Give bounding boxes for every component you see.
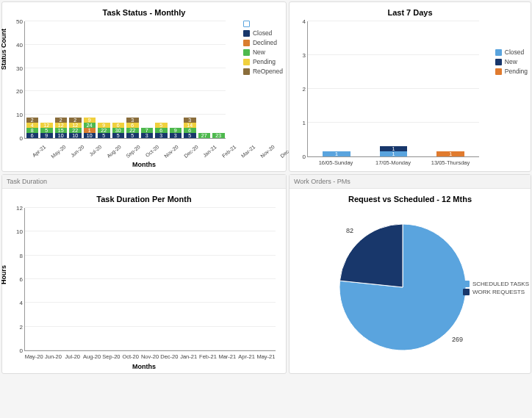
x-tick: Apr-21 [237, 351, 256, 361]
bar-segment: 14 [184, 123, 196, 128]
bar-group: 6842 [26, 118, 39, 138]
bar-segment: 9 [40, 133, 53, 138]
bar-value-label: 5 [131, 133, 134, 138]
bar-group: 52263 [126, 118, 139, 138]
bar-value-label: 22 [72, 128, 78, 133]
bar-group: 1 [309, 151, 364, 156]
y-axis-label: Status Count [0, 29, 7, 70]
bar-value-label: 9 [174, 128, 177, 133]
y-tick: 6 [20, 276, 23, 283]
y-tick: 30 [16, 65, 23, 71]
bar-segment: 12 [40, 123, 53, 128]
bar-value-label: 1 [392, 146, 395, 151]
bar-value-label: 2 [31, 118, 34, 123]
swatch-requests [463, 289, 470, 295]
panel-header: Task Duration [2, 175, 286, 189]
y-tick: 4 [303, 18, 306, 25]
swatch-declined [243, 40, 250, 46]
bar-segment: 1 [380, 146, 407, 151]
bar-segment: 10 [69, 133, 82, 138]
bar-value-label: 15 [58, 128, 64, 133]
bar-value-label: 12 [43, 123, 49, 128]
x-tick: Jul-20 [63, 351, 82, 361]
bar-segment: 9 [170, 128, 182, 133]
bar-segment: 1 [380, 151, 407, 156]
bar-value-label: 27 [201, 133, 207, 138]
swatch-scheduled [463, 281, 470, 287]
bar-group: 37 [141, 128, 154, 138]
bar-value-label: 3 [131, 118, 134, 123]
x-tick: 13/05-Thursday [422, 157, 479, 167]
panel-task-duration: Task Duration Task Duration Per Month Ho… [1, 174, 287, 374]
bar-segment: 22 [126, 128, 139, 133]
bar-group: 101249 [84, 118, 96, 138]
y-tick: 2 [303, 86, 306, 93]
plot-duration: 024681012 [24, 208, 276, 351]
bar-value-label: 6 [159, 128, 162, 133]
bar-segment: 5 [98, 133, 110, 138]
bar-group: 23 [212, 133, 225, 138]
bar-value-label: 1 [88, 128, 91, 133]
plot-monthly: 0102030405068429512101512210221221012495… [24, 21, 226, 139]
bar-value-label: 2 [60, 118, 62, 123]
bar-segment: 5 [112, 133, 125, 138]
chart-title: Request vs Scheduled - 12 Mths [292, 195, 528, 203]
bar-value-label: 14 [187, 123, 193, 128]
y-axis-label: Hours [0, 265, 7, 284]
bar-segment: 6 [184, 128, 196, 133]
bar-value-label: 3 [159, 133, 162, 138]
bar-value-label: 7 [145, 128, 148, 133]
bar-group: 1015122 [55, 118, 68, 138]
x-tick: Nov-20 [140, 351, 159, 361]
bar-segment: 2 [69, 118, 82, 123]
x-tick: Mar-21 [218, 351, 237, 361]
bar-segment: 6 [126, 123, 139, 128]
bar-segment: 30 [112, 128, 125, 133]
bar-segment: 27 [198, 133, 211, 138]
bar-value-label: 5 [45, 128, 48, 133]
bar-value-label: 3 [145, 133, 148, 138]
panel-work-orders: Work Orders - PMs Request vs Scheduled -… [289, 174, 531, 374]
swatch-closed [243, 30, 250, 37]
bar-value-label: 8 [31, 128, 34, 133]
swatch-pending [243, 59, 250, 65]
bar-value-label: 6 [117, 123, 120, 128]
bar-segment: 6 [155, 128, 168, 133]
bar-value-label: 9 [88, 118, 91, 123]
chart-title: Task Duration Per Month [5, 195, 283, 203]
bar-value-label: 22 [101, 128, 107, 133]
swatch-pending [495, 68, 502, 75]
bar-segment: 1 [436, 151, 464, 156]
bar-value-label: 3 [188, 118, 191, 123]
bar-value-label: 10 [58, 133, 64, 138]
y-tick: 0 [303, 154, 306, 160]
bar-segment: 2 [26, 118, 39, 123]
y-tick: 4 [20, 300, 23, 306]
bar-group: 1 [423, 151, 478, 156]
pie-slice-label: 82 [346, 227, 353, 234]
x-tick: Oct-20 [121, 351, 140, 361]
bar-segment: 22 [69, 128, 82, 133]
bar-group: 11 [366, 146, 421, 156]
bar-value-label: 9 [45, 133, 48, 138]
bar-segment: 6 [112, 123, 125, 128]
y-tick: 2 [20, 323, 23, 330]
swatch-blank [243, 21, 250, 27]
bar-group: 39 [170, 128, 182, 138]
bar-segment: 3 [126, 118, 139, 123]
x-tick: May-20 [24, 351, 43, 361]
bar-segment: 9 [84, 118, 96, 123]
y-tick: 3 [303, 52, 306, 59]
bar-value-label: 23 [215, 133, 221, 138]
bar-segment: 10 [84, 133, 96, 138]
bar-segment: 3 [170, 133, 182, 138]
legend-monthly: Closed Declined New Pending ReOpened [243, 18, 283, 77]
y-tick: 50 [16, 18, 23, 25]
legend-pie: SCHEDULED TASKS WORK REQUESTS [463, 279, 529, 297]
bar-segment: 10 [55, 133, 68, 138]
bar-value-label: 5 [188, 133, 191, 138]
y-tick: 1 [303, 120, 306, 126]
bar-value-label: 5 [117, 133, 120, 138]
x-tick: May-21 [256, 351, 276, 361]
bar-segment: 9 [98, 123, 110, 128]
